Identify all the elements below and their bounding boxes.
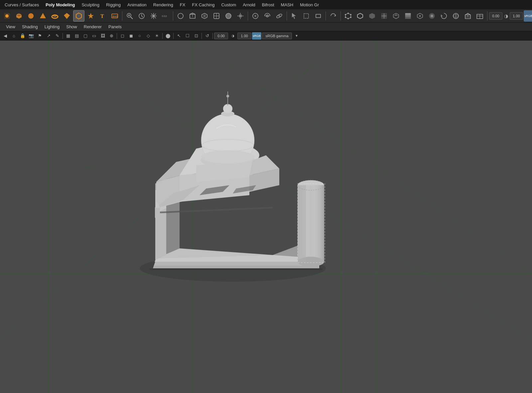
vt-camera2-icon[interactable]: 📷 bbox=[27, 32, 35, 40]
vt-camera3-icon[interactable]: ⬤ bbox=[164, 32, 172, 40]
vt-colorspace[interactable]: sRGB gamma bbox=[262, 33, 292, 39]
star-tool[interactable] bbox=[85, 10, 96, 22]
svg-rect-53 bbox=[405, 13, 411, 15]
vt-refresh-icon[interactable]: ↺ bbox=[203, 32, 211, 40]
globe-tool[interactable] bbox=[450, 10, 462, 22]
vt-flag-icon[interactable]: ⚑ bbox=[36, 32, 44, 40]
orbit-tool[interactable] bbox=[274, 10, 285, 22]
menu-poly-modeling[interactable]: Poly Modeling bbox=[42, 1, 78, 9]
cube-display-tool[interactable] bbox=[187, 10, 198, 22]
reset-tool[interactable] bbox=[328, 10, 339, 22]
circle-target[interactable] bbox=[250, 10, 261, 22]
svg-tool[interactable]: SVG bbox=[109, 10, 120, 22]
diamond-tool[interactable] bbox=[61, 10, 72, 22]
vt-trim-icon[interactable]: ⊡ bbox=[192, 32, 200, 40]
menu-bifrost[interactable]: Bifrost bbox=[259, 1, 278, 9]
menu-rigging[interactable]: Rigging bbox=[103, 1, 124, 9]
vt-img-icon[interactable]: 🖼 bbox=[99, 32, 107, 40]
menu-rendering[interactable]: Rendering bbox=[150, 1, 177, 9]
circle-shading-tool[interactable] bbox=[175, 10, 186, 22]
face-mode[interactable] bbox=[366, 10, 378, 22]
menu-curves-surfaces[interactable]: Curves / Surfaces bbox=[1, 1, 42, 9]
sphere-tool[interactable] bbox=[25, 10, 37, 22]
uvs-mode[interactable] bbox=[378, 10, 390, 22]
viewport-menu-show[interactable]: Show bbox=[63, 23, 80, 30]
zoom-tool[interactable] bbox=[124, 10, 135, 22]
box2-mode[interactable] bbox=[474, 10, 485, 22]
3d-viewport[interactable] bbox=[0, 41, 532, 393]
menu-mash[interactable]: MASH bbox=[278, 1, 297, 9]
svg-text:SVG: SVG bbox=[112, 15, 118, 18]
spin-tool[interactable] bbox=[438, 10, 450, 22]
menu-sculpting[interactable]: Sculpting bbox=[78, 1, 102, 9]
circle-half-tool[interactable] bbox=[223, 10, 234, 22]
exposure-value[interactable]: 0.00 bbox=[489, 12, 502, 20]
time-tool[interactable] bbox=[136, 10, 147, 22]
vt-square-icon[interactable]: ▢ bbox=[81, 32, 89, 40]
vt-exp-icon: ◑ bbox=[229, 32, 237, 40]
vt-home-icon[interactable]: ⌂ bbox=[10, 32, 18, 40]
vertex-mode[interactable] bbox=[342, 10, 354, 22]
svg-point-44 bbox=[350, 17, 351, 18]
vt-camera-icon[interactable]: ◀ bbox=[1, 32, 9, 40]
viewport-menu-panels[interactable]: Panels bbox=[105, 23, 125, 30]
mesh-display-tool[interactable] bbox=[199, 10, 210, 22]
marquee-tool[interactable] bbox=[301, 10, 312, 22]
vt-arrow-icon[interactable]: ↗ bbox=[45, 32, 53, 40]
select-tool[interactable] bbox=[1, 10, 13, 22]
vt-circle-icon[interactable]: ○ bbox=[136, 32, 144, 40]
vt-gamma-field[interactable]: 1.00 bbox=[237, 33, 251, 39]
vt-rect-icon[interactable]: ▭ bbox=[90, 32, 98, 40]
vt-grid2-icon[interactable]: ▤ bbox=[73, 32, 81, 40]
toolbar-separator-4 bbox=[287, 11, 287, 21]
snowflake-tool[interactable] bbox=[148, 10, 159, 22]
viewport-menu: View Shading Lighting Show Renderer Pane… bbox=[0, 23, 532, 31]
cone-tool[interactable] bbox=[37, 10, 49, 22]
face2-mode[interactable] bbox=[426, 10, 438, 22]
svg-point-39 bbox=[278, 15, 280, 17]
menu-fx-caching[interactable]: FX Caching bbox=[189, 1, 218, 9]
cube-tool[interactable] bbox=[13, 10, 25, 22]
vt-srgb-btn[interactable]: sRGB bbox=[252, 32, 261, 40]
svg-rect-41 bbox=[316, 14, 321, 18]
box-mode[interactable] bbox=[462, 10, 473, 22]
coords-tool[interactable]: 0.0,0 bbox=[160, 10, 171, 22]
select-arrow[interactable] bbox=[289, 10, 300, 22]
multi2-mode[interactable] bbox=[414, 10, 426, 22]
light-tool[interactable] bbox=[235, 10, 246, 22]
menu-arnold[interactable]: Arnold bbox=[239, 1, 259, 9]
main-menu-bar: Curves / Surfaces Poly Modeling Sculptin… bbox=[0, 0, 532, 9]
vt-grid-icon[interactable]: ▦ bbox=[64, 32, 72, 40]
text-tool[interactable]: T bbox=[97, 10, 108, 22]
viewport-menu-lighting[interactable]: Lighting bbox=[41, 23, 63, 30]
vt-sun-icon[interactable]: ☀ bbox=[153, 32, 161, 40]
gamma-value[interactable]: 1.00 bbox=[510, 12, 523, 20]
menu-fx[interactable]: FX bbox=[177, 1, 189, 9]
viewport-menu-view[interactable]: View bbox=[3, 23, 19, 30]
vt-cube2-icon[interactable]: ◼ bbox=[127, 32, 135, 40]
vt-diamond-icon[interactable]: ◇ bbox=[144, 32, 152, 40]
menu-custom[interactable]: Custom bbox=[218, 1, 239, 9]
poly-display-tool[interactable] bbox=[211, 10, 222, 22]
torus-tool[interactable] bbox=[49, 10, 61, 22]
menu-animation[interactable]: Animation bbox=[124, 1, 150, 9]
vt-colorspace-chevron[interactable]: ▼ bbox=[293, 32, 301, 40]
vt-lock-icon[interactable]: 🔒 bbox=[19, 32, 27, 40]
vt-box-icon[interactable]: ☐ bbox=[184, 32, 192, 40]
viewport-menu-shading[interactable]: Shading bbox=[19, 23, 41, 30]
svg-point-108 bbox=[201, 150, 254, 164]
hex-tool[interactable] bbox=[73, 10, 84, 22]
vt-pen-icon[interactable]: ✎ bbox=[53, 32, 61, 40]
menu-motion-gr[interactable]: Motion Gr bbox=[297, 1, 322, 9]
toolbar-separator-6 bbox=[340, 11, 341, 21]
vt-exposure-field[interactable]: 0.00 bbox=[214, 33, 228, 39]
multi-mode[interactable] bbox=[390, 10, 402, 22]
vt-plus-icon[interactable]: ⊕ bbox=[107, 32, 115, 40]
lasso-tool[interactable] bbox=[313, 10, 324, 22]
edge-mode[interactable] bbox=[354, 10, 366, 22]
half-circle-target[interactable] bbox=[262, 10, 273, 22]
vt-move-icon[interactable]: ↖ bbox=[175, 32, 183, 40]
vt-cube-icon[interactable]: ◻ bbox=[118, 32, 126, 40]
viewport-menu-renderer[interactable]: Renderer bbox=[80, 23, 105, 30]
stack-mode[interactable] bbox=[402, 10, 414, 22]
